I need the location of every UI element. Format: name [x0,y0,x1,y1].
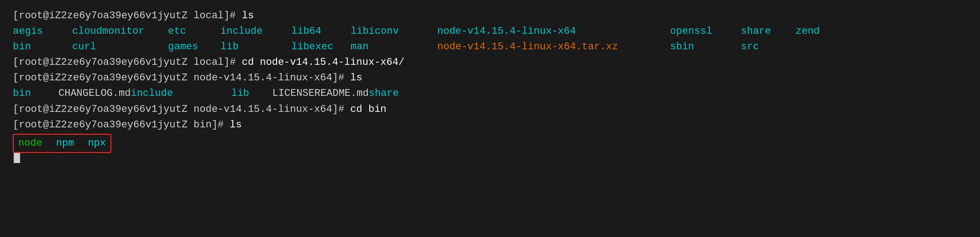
command-line-3: [root@iZ2ze6y7oa39ey66v1jyutZ local]# cd… [13,55,967,70]
cursor-block [14,153,20,163]
command-line-7: [root@iZ2ze6y7oa39ey66v1jyutZ bin]# ls [13,117,967,133]
cmd-4: ls [350,70,362,86]
ls-item-changelog: CHANGELOG.md [58,86,131,101]
command-line-6: [root@iZ2ze6y7oa39ey66v1jyutZ node-v14.1… [13,102,967,117]
ls-item-zend: zend [796,24,820,39]
ls-item-etc: etc [168,24,220,39]
command-line-1: [root@iZ2ze6y7oa39ey66v1jyutZ local]# ls [13,8,967,24]
cmd-3: cd node-v14.15.4-linux-x64/ [242,55,404,70]
prompt-4: [root@iZ2ze6y7oa39ey66v1jyutZ node-v14.1… [13,70,350,86]
ls-output-node-dir: bin CHANGELOG.md include lib LICENSE REA… [13,86,967,101]
ls-item-aegis: aegis [13,24,72,39]
cmd-6: cd bin [350,102,386,117]
ls-item-readme: README.md [314,86,369,101]
prompt-1: [root@iZ2ze6y7oa39ey66v1jyutZ local]# [13,8,242,24]
ls-item-license: LICENSE [272,86,314,101]
cmd-7: ls [230,117,241,133]
ls-item-openssl: openssl [670,24,741,39]
command-line-4: [root@iZ2ze6y7oa39ey66v1jyutZ node-v14.1… [13,70,967,86]
binary-npx: npx [88,136,106,151]
ls-item-lib: lib [220,39,291,55]
ls-output-row2: bin curl games lib libexec man node-v14.… [13,39,967,55]
highlighted-binaries: node npm npx [13,134,111,153]
prompt-6: [root@iZ2ze6y7oa39ey66v1jyutZ node-v14.1… [13,102,350,117]
command-line-9 [13,153,967,163]
ls-item-cloudmonitor: cloudmonitor [72,24,168,39]
ls-item-games: games [168,39,220,55]
ls-item-libiconv: libiconv [351,24,437,39]
ls-item-libexec: libexec [291,39,351,55]
ls-item-bin: bin [13,39,72,55]
ls-item-node-tar: node-v14.15.4-linux-x64.tar.xz [437,39,670,55]
ls-item-share2: share [369,86,399,101]
ls-item-sbin: sbin [670,39,741,55]
ls-item-share: share [741,24,796,39]
binary-node: node [18,136,42,151]
ls-item-include: include [220,24,291,39]
ls-item-node-dir: node-v14.15.4-linux-x64 [437,24,670,39]
prompt-7: [root@iZ2ze6y7oa39ey66v1jyutZ bin]# [13,117,230,133]
ls-item-man: man [351,39,437,55]
ls-item-lib64: lib64 [291,24,351,39]
prompt-3: [root@iZ2ze6y7oa39ey66v1jyutZ local]# [13,55,242,70]
ls-item-src: src [741,39,759,55]
ls-item-bin2: bin [13,86,58,101]
ls-item-curl: curl [72,39,168,55]
ls-output-bin: node npm npx [13,133,967,153]
ls-item-include2: include [131,86,231,101]
terminal-window: [root@iZ2ze6y7oa39ey66v1jyutZ local]# ls… [13,8,967,163]
ls-item-lib2: lib [231,86,272,101]
binary-npm: npm [56,136,74,151]
ls-output-row1: aegis cloudmonitor etc include lib64 lib… [13,24,967,39]
cmd-1: ls [242,8,254,24]
